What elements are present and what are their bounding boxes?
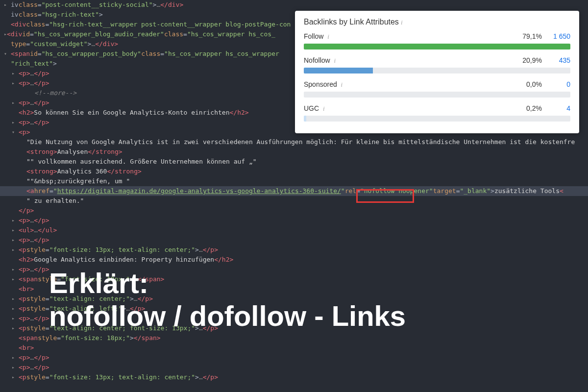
- code-line[interactable]: ▸<p>…</p>: [0, 265, 588, 274]
- code-line[interactable]: ▸<p style="font-size: 13px; text-align: …: [0, 245, 588, 255]
- fold-arrow-icon[interactable]: ▸: [12, 353, 19, 363]
- row-percent: 20,9%: [522, 56, 542, 64]
- panel-title: Backlinks by Link Attributesi: [304, 18, 570, 26]
- row-percent: 0,2%: [526, 104, 542, 112]
- fold-arrow-icon[interactable]: ▸: [12, 98, 19, 108]
- code-line[interactable]: ▸<p>…</p>: [0, 363, 588, 372]
- progress-bar: [304, 92, 570, 98]
- row-value: 435: [551, 56, 570, 64]
- code-line[interactable]: ▸<p>…</p>: [0, 353, 588, 363]
- fold-arrow-icon[interactable]: ▸: [12, 118, 19, 127]
- code-line[interactable]: <br>: [0, 343, 588, 353]
- fold-arrow-icon[interactable]: ▸: [12, 363, 19, 372]
- code-line[interactable]: ▸<p style="text-align: left;">…</p>: [0, 304, 588, 314]
- row-value: 0: [551, 80, 570, 88]
- row-percent: 79,1%: [522, 32, 542, 40]
- backlink-row: UGC i0,2%4: [304, 104, 570, 122]
- code-line[interactable]: ▸<p>…</p>: [0, 216, 588, 225]
- code-line[interactable]: <strong>Analysen</strong>: [0, 147, 588, 157]
- code-line[interactable]: ▸<span style="font-size: 18px;">…</span>: [0, 274, 588, 284]
- code-line[interactable]: "Die Nutzung von Google Analytics ist in…: [0, 137, 588, 147]
- backlinks-panel: Backlinks by Link Attributesi Follow i79…: [295, 11, 579, 133]
- fold-arrow-icon[interactable]: ▸: [12, 304, 19, 314]
- backlink-row: Nofollow i20,9%435: [304, 56, 570, 74]
- info-icon[interactable]: i: [323, 105, 325, 112]
- fold-arrow-icon[interactable]: ▾: [12, 127, 19, 137]
- fold-arrow-icon[interactable]: ▸: [12, 372, 19, 382]
- code-line[interactable]: ▸<p>…</p>: [0, 314, 588, 323]
- backlink-row: Follow i79,1%1 650: [304, 32, 570, 49]
- progress-bar: [304, 44, 570, 49]
- code-line[interactable]: ▸<p style="font-size: 13px; text-align: …: [0, 372, 588, 382]
- info-icon[interactable]: i: [327, 33, 329, 40]
- fold-arrow-icon[interactable]: ▸: [12, 265, 19, 274]
- code-line[interactable]: <br>: [0, 284, 588, 294]
- fold-arrow-icon[interactable]: ▾: [4, 49, 11, 59]
- row-value: 4: [551, 104, 570, 112]
- progress-bar: [304, 68, 570, 74]
- fold-arrow-icon[interactable]: ▸: [12, 245, 19, 255]
- code-line[interactable]: ""&nbsp;zurückgreifen, um ": [0, 176, 588, 186]
- fold-arrow-icon[interactable]: ▸: [12, 216, 19, 225]
- row-percent: 0,0%: [526, 80, 542, 88]
- fold-arrow-icon[interactable]: ▸: [12, 314, 19, 323]
- fold-arrow-icon[interactable]: ▸: [12, 78, 19, 88]
- code-line[interactable]: " zu erhalten.": [0, 196, 588, 206]
- backlink-row: Sponsored i0,0%0: [304, 80, 570, 98]
- code-line[interactable]: <strong>Analytics 360</strong>: [0, 167, 588, 176]
- fold-arrow-icon[interactable]: ▸: [12, 235, 19, 245]
- code-line[interactable]: ▸iv class="post-content__sticky-social">…: [0, 0, 588, 10]
- progress-bar: [304, 116, 570, 122]
- code-line[interactable]: ▸<ul>…</ul>: [0, 225, 588, 235]
- row-value: 1 650: [551, 32, 570, 40]
- row-label: Follow i: [304, 32, 522, 41]
- fold-arrow-icon[interactable]: ▸: [12, 274, 19, 284]
- fold-arrow-icon[interactable]: ▸: [4, 0, 11, 10]
- code-line[interactable]: ▸<p style="text-align: center;">…</p>: [0, 294, 588, 304]
- code-line[interactable]: <span style="font-size: 18px;"></span>: [0, 333, 588, 343]
- code-line[interactable]: "" vollkommen ausreichend. Größere Unter…: [0, 157, 588, 167]
- info-icon[interactable]: i: [401, 19, 403, 26]
- info-icon[interactable]: i: [341, 81, 343, 88]
- info-icon[interactable]: i: [334, 57, 336, 64]
- fold-arrow-icon[interactable]: ▸: [12, 69, 19, 78]
- row-label: UGC i: [304, 104, 526, 113]
- fold-arrow-icon[interactable]: ▸: [12, 323, 19, 333]
- code-line[interactable]: <a href="https://digital-magazin.de/goog…: [0, 186, 588, 196]
- fold-arrow-icon[interactable]: ▸: [12, 225, 19, 235]
- code-line[interactable]: <h2>Google Analytics einbinden: Property…: [0, 255, 588, 265]
- code-line[interactable]: ▸<p>…</p>: [0, 235, 588, 245]
- row-label: Sponsored i: [304, 80, 526, 89]
- code-line[interactable]: </p>: [0, 206, 588, 216]
- code-line[interactable]: ▸<p style="text-align: center; font-size…: [0, 323, 588, 333]
- fold-arrow-icon[interactable]: ▸: [12, 294, 19, 304]
- row-label: Nofollow i: [304, 56, 522, 65]
